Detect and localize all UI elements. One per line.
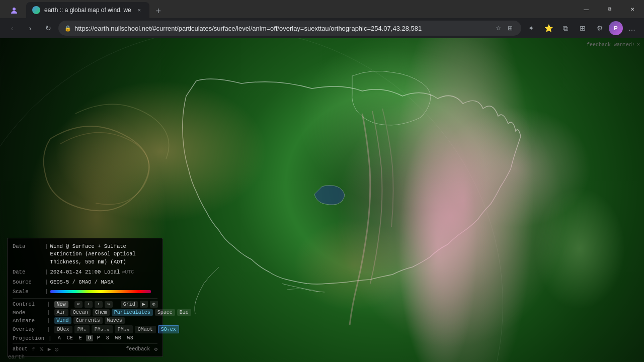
divider-2 xyxy=(13,343,157,344)
now-button[interactable]: Now xyxy=(54,301,68,308)
profile-button[interactable] xyxy=(4,3,24,18)
security-icon: 🔒 xyxy=(64,25,71,32)
feedback-wanted-text: feedback wanted! xyxy=(587,42,635,48)
star-icon[interactable]: ☆ xyxy=(493,25,503,32)
overlay-pm10-button[interactable]: PM₁₀ xyxy=(115,325,133,333)
address-bar-row: ‹ › ↻ 🔒 https://earth.nullschool.net/#cu… xyxy=(0,18,644,38)
mode-row: Mode | Air Ocean Chem Particulates Space… xyxy=(13,309,157,316)
scale-row: Scale | xyxy=(13,288,157,296)
active-tab[interactable]: earth :: a global map of wind, we × xyxy=(26,2,149,18)
overlay-row: Overlay | DUex PM₁ PM₂.₅ PM₁₀ OMaot SO₄e… xyxy=(13,325,157,333)
new-tab-button[interactable]: + xyxy=(151,4,166,18)
overlay-pm1-button[interactable]: PM₁ xyxy=(74,325,90,333)
mode-ocean-button[interactable]: Ocean xyxy=(70,309,91,316)
proj-wb-button[interactable]: WB xyxy=(113,335,123,341)
rewind-button[interactable]: ‹ xyxy=(85,301,93,308)
control-row: Control | Now « ‹ › » Grid ▶ ⊕ xyxy=(13,301,157,308)
tab-title: earth :: a global map of wind, we xyxy=(44,7,131,14)
footer-row: about f 𝕏 ▶ ◎ feedback ⚙ xyxy=(13,346,157,352)
address-bar[interactable]: 🔒 https://earth.nullschool.net/#current/… xyxy=(58,21,521,36)
mode-air-button[interactable]: Air xyxy=(54,309,68,316)
overlay-duex-button[interactable]: DUex xyxy=(54,326,72,333)
facebook-icon[interactable]: f xyxy=(32,346,35,352)
source-label: Source xyxy=(13,279,43,287)
date-label: Date xyxy=(13,268,43,277)
mode-space-button[interactable]: Space xyxy=(155,309,175,316)
mode-particulates-button[interactable]: Particulates xyxy=(112,309,153,316)
data-row: Data | Wind @ Surface + Sulfate Extincti… xyxy=(13,242,157,266)
proj-ce-button[interactable]: CE xyxy=(65,335,75,341)
animate-wind-button[interactable]: Wind xyxy=(54,317,71,324)
mode-chem-button[interactable]: Chem xyxy=(93,309,110,316)
projection-row: Projection | A CE E O P S WB W3 xyxy=(13,335,157,341)
forward-button[interactable]: › xyxy=(22,20,38,36)
scale-bar xyxy=(50,290,151,293)
data-value: Wind @ Surface + Sulfate Extinction (Aer… xyxy=(50,243,157,266)
copilot-button[interactable]: ✦ xyxy=(523,20,539,36)
profile-avatar[interactable]: P xyxy=(609,21,623,35)
twitter-icon[interactable]: 𝕏 xyxy=(39,346,44,352)
url-text: https://earth.nullschool.net/#current/pa… xyxy=(74,25,490,32)
collections-button[interactable]: ⊞ xyxy=(575,20,591,36)
tab-close-button[interactable]: × xyxy=(135,6,143,14)
tab-favicon xyxy=(32,6,40,14)
feedback-close-button[interactable]: × xyxy=(637,42,640,48)
settings-menu-button[interactable]: … xyxy=(624,20,640,36)
close-button[interactable]: ✕ xyxy=(621,0,644,18)
forward-fast-button[interactable]: » xyxy=(105,301,113,308)
scale-label: Scale xyxy=(13,288,43,296)
mode-label: Mode xyxy=(13,310,43,316)
sidebar-button[interactable]: ⧉ xyxy=(557,20,574,36)
proj-e-button[interactable]: E xyxy=(77,335,84,341)
minimize-button[interactable]: — xyxy=(575,0,598,18)
youtube-icon[interactable]: ▶ xyxy=(48,346,51,352)
back-button[interactable]: ‹ xyxy=(4,20,20,36)
viewport[interactable]: Data | Wind @ Surface + Sulfate Extincti… xyxy=(0,38,644,362)
window-controls: — ⧉ ✕ xyxy=(575,0,644,18)
projection-label: Projection xyxy=(13,335,44,341)
animate-row: Animate | Wind Currents Waves xyxy=(13,317,157,324)
proj-s-button[interactable]: S xyxy=(104,335,111,341)
overlay-so4ex-button[interactable]: SO₄ex xyxy=(158,325,179,333)
toolbar-right: ✦ ⭐ ⧉ ⊞ ⚙ P … xyxy=(523,20,640,36)
about-link[interactable]: about xyxy=(13,346,28,352)
animate-currents-button[interactable]: Currents xyxy=(73,317,103,324)
extensions-button[interactable]: ⚙ xyxy=(592,20,608,36)
settings-icon[interactable]: ⚙ xyxy=(154,346,157,352)
instagram-icon[interactable]: ◎ xyxy=(55,346,58,352)
proj-a-button[interactable]: A xyxy=(56,335,63,341)
play-button[interactable]: ▶ xyxy=(140,301,148,308)
svg-point-0 xyxy=(13,8,16,11)
wind-locator-button[interactable]: ⊕ xyxy=(150,301,158,308)
reading-view-icon[interactable]: ⊞ xyxy=(505,25,515,32)
mode-bio-button[interactable]: Bio xyxy=(177,309,191,316)
overlay-label: Overlay xyxy=(13,326,43,332)
control-label: Control xyxy=(13,301,43,307)
reload-button[interactable]: ↻ xyxy=(40,20,56,36)
proj-o-button[interactable]: O xyxy=(86,335,93,341)
proj-w3-button[interactable]: W3 xyxy=(125,335,135,341)
overlay-pm25-button[interactable]: PM₂.₅ xyxy=(92,325,113,333)
proj-p-button[interactable]: P xyxy=(95,335,102,341)
source-row: Source | GEOS-5 / GMAO / NASA xyxy=(13,278,157,287)
overlay-omaot-button[interactable]: OMaot xyxy=(135,326,156,333)
utc-toggle[interactable]: ⇌UTC xyxy=(122,268,134,276)
address-icons: ☆ ⊞ xyxy=(493,25,515,32)
earth-label: earth xyxy=(8,354,25,360)
date-value: 2024-01-24 21:00 Local xyxy=(50,268,120,277)
grid-button[interactable]: Grid xyxy=(121,301,138,308)
animate-label: Animate xyxy=(13,318,43,324)
divider-1 xyxy=(13,298,157,299)
feedback-link[interactable]: feedback xyxy=(126,346,150,352)
info-panel: Data | Wind @ Surface + Sulfate Extincti… xyxy=(7,238,163,357)
source-value: GEOS-5 / GMAO / NASA xyxy=(50,279,114,287)
date-row: Date | 2024-01-24 21:00 Local ⇌UTC xyxy=(13,268,157,277)
animate-waves-button[interactable]: Waves xyxy=(105,317,125,324)
favorites-button[interactable]: ⭐ xyxy=(540,20,556,36)
forward-button-ctrl[interactable]: › xyxy=(95,301,103,308)
data-label: Data xyxy=(13,243,43,251)
maximize-button[interactable]: ⧉ xyxy=(598,0,621,18)
rewind-fast-button[interactable]: « xyxy=(74,301,83,308)
feedback-wanted-banner: feedback wanted! × xyxy=(587,42,640,48)
